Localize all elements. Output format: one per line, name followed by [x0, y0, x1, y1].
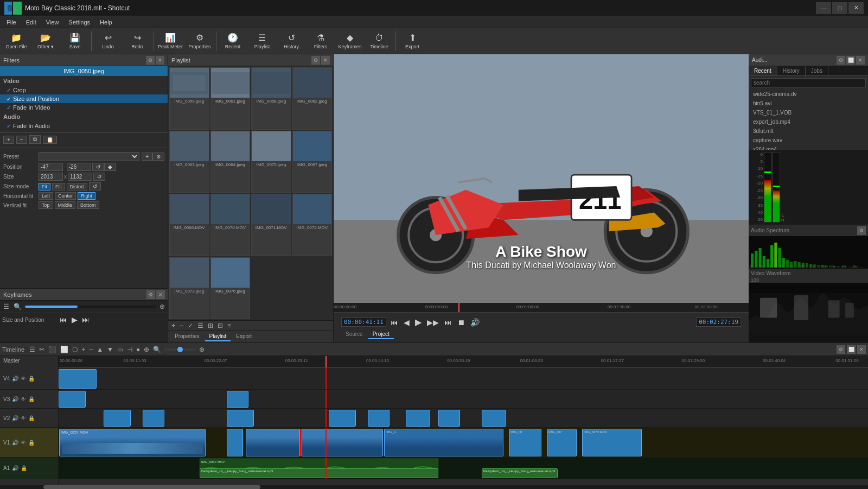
pl-list-view[interactable]: ☰	[196, 322, 205, 329]
properties-button[interactable]: ⚙ Properties	[186, 29, 214, 53]
pl-detail-view[interactable]: ⊟	[216, 322, 224, 329]
list-item[interactable]: IMG_0071.MOV	[251, 194, 291, 256]
recent-item[interactable]: x264.mp4	[749, 145, 868, 150]
size-mode-distort[interactable]: Distort	[67, 183, 87, 190]
tab-source[interactable]: Source	[341, 330, 367, 339]
open-file-button[interactable]: 📁 Open File	[2, 29, 30, 53]
v2-clip-2[interactable]	[143, 410, 164, 427]
pl-remove-btn[interactable]: −	[178, 322, 184, 329]
tab-playlist[interactable]: Playlist	[205, 332, 231, 341]
kf-next[interactable]: ⏭	[81, 315, 91, 324]
kf-zoom-in[interactable]: ⊕	[158, 303, 166, 310]
filter-copy-btn[interactable]: ⧉	[29, 135, 41, 144]
menu-view[interactable]: View	[42, 18, 63, 27]
audio-settings[interactable]: ⚙	[837, 56, 845, 65]
tl-lift[interactable]: ⬜	[59, 346, 69, 353]
tab-project[interactable]: Project	[368, 330, 394, 339]
tl-zoom-slider[interactable]	[164, 348, 196, 351]
v4-clip-1[interactable]	[59, 369, 97, 389]
transport-skip-end[interactable]: ⏭	[443, 318, 453, 327]
pl-add-btn[interactable]: +	[170, 322, 176, 329]
filter-fade-in-audio[interactable]: ✓ Fade In Audio	[0, 122, 168, 130]
vfit-top[interactable]: Top	[39, 201, 53, 209]
filter-paste-btn[interactable]: 📋	[43, 136, 57, 144]
vfit-middle[interactable]: Middle	[55, 201, 76, 209]
list-item[interactable]: IMG_0076.jpeg	[210, 257, 251, 320]
tl-zoom-out[interactable]: 🔍	[152, 346, 162, 353]
filter-size-position[interactable]: ✓ Size and Position	[0, 94, 168, 103]
filter-fade-in-video[interactable]: ✓ Fade In Video	[0, 103, 168, 112]
tl-zoom-in[interactable]: ⊕	[198, 346, 206, 353]
kf-menu-btn[interactable]: ☰	[2, 303, 10, 310]
tab-recent[interactable]: Recent	[749, 66, 777, 75]
v2-clip-4[interactable]	[329, 410, 356, 427]
filters-button[interactable]: ⚗ Filters	[307, 29, 335, 53]
list-item[interactable]: IMG_0062.jpeg	[292, 67, 333, 130]
position-keyframe[interactable]: ◆	[104, 163, 116, 171]
history-button[interactable]: ↺ History	[277, 29, 305, 53]
tab-history[interactable]: History	[777, 66, 806, 75]
v3-visible-icon[interactable]: 👁	[21, 396, 26, 402]
v1-clip-2[interactable]	[227, 429, 243, 456]
filters-panel-close[interactable]: ✕	[156, 56, 164, 65]
a1-lock-icon[interactable]: 🔒	[21, 465, 27, 471]
peak-meter-button[interactable]: 📊 Peak Meter	[156, 29, 184, 53]
size-reset[interactable]: ↺	[93, 173, 105, 181]
kf-zoom-out[interactable]: 🔍	[12, 303, 23, 310]
position-y-input[interactable]	[67, 163, 91, 171]
transport-stop[interactable]: ⏹	[456, 318, 466, 327]
v1-clip-3[interactable]	[246, 429, 300, 456]
export-button[interactable]: ⬆ Export	[398, 29, 426, 53]
keyframes-button[interactable]: ◆ Keyframes	[336, 29, 364, 53]
tab-export[interactable]: Export	[232, 332, 256, 341]
maximize-button[interactable]: □	[832, 2, 847, 14]
v2-clip-5[interactable]	[368, 410, 390, 427]
size-mode-fill[interactable]: Fill	[52, 183, 65, 190]
list-item[interactable]: IMG_0066.MOV	[169, 194, 209, 256]
tl-settings[interactable]: ⚙	[837, 345, 845, 354]
pl-grid-view[interactable]: ⊞	[207, 322, 214, 329]
tl-snap[interactable]: ⊣	[126, 346, 133, 353]
recent-item[interactable]: wide25-cinema.dv	[749, 90, 868, 99]
recent-item[interactable]: VTS_01_1.VOB	[749, 108, 868, 117]
kf-play[interactable]: ▶	[71, 315, 79, 324]
v4-lock-icon[interactable]: 🔒	[28, 376, 35, 382]
a1-clip-2[interactable]: Pachyderm_13_-_Happy_Song_instrumental.m…	[200, 468, 438, 478]
v3-clip-2[interactable]	[227, 391, 248, 408]
timeline-ruler-area[interactable]: 00:00:00:00 00:00:11:03 00:00:22:07 00:0…	[59, 356, 868, 368]
recent-item[interactable]: 3dlut.mlt	[749, 126, 868, 136]
v2-clip-6[interactable]	[406, 410, 430, 427]
close-button[interactable]: ✕	[848, 2, 864, 14]
preset-add[interactable]: +	[142, 153, 152, 161]
hfit-left[interactable]: Left	[39, 192, 53, 200]
list-item[interactable]: IMG_0061.jpeg	[210, 67, 251, 130]
v1-clip-5[interactable]: IMG_0...	[384, 429, 503, 456]
v2-clip-8[interactable]	[482, 410, 506, 427]
v1-clip-6[interactable]: IMG_00	[509, 429, 541, 456]
tl-sub[interactable]: −	[88, 346, 94, 353]
v1-visible-icon[interactable]: 👁	[21, 440, 26, 446]
keyframes-settings[interactable]: ⚙	[146, 290, 155, 299]
recent-button[interactable]: 🕐 Recent	[219, 29, 247, 53]
size-mode-reset[interactable]: ↺	[89, 182, 101, 190]
timeline-button[interactable]: ⏱ Timeline	[365, 29, 393, 53]
tl-menu-btn[interactable]: ☰	[28, 346, 36, 353]
recent-item[interactable]: export_job.mp4	[749, 117, 868, 126]
recent-search-input[interactable]	[751, 78, 866, 87]
minimize-button[interactable]: —	[816, 2, 831, 14]
playlist-settings[interactable]: ⚙	[311, 56, 320, 65]
tl-timeline-view[interactable]: ▭	[116, 346, 124, 353]
size-mode-fit[interactable]: Fit	[39, 183, 50, 190]
list-item[interactable]: IMG_0058.jpeg	[251, 67, 291, 130]
spectrum-settings[interactable]: ⚙	[857, 226, 866, 235]
pl-confirm-btn[interactable]: ✓	[187, 322, 194, 329]
a1-clip-3[interactable]: Pachyderm_13_-_Happy_Song_instrumental.m…	[482, 468, 558, 478]
tl-blade[interactable]: ✂	[38, 346, 46, 353]
list-item[interactable]: IMG_0064.jpeg	[210, 131, 251, 193]
filter-add-btn[interactable]: +	[3, 136, 14, 144]
kf-zoom-bar[interactable]	[25, 306, 156, 308]
playlist-close[interactable]: ✕	[321, 56, 330, 65]
preset-delete[interactable]: ⊗	[152, 153, 164, 161]
menu-file[interactable]: File	[2, 18, 21, 27]
current-time-display[interactable]: 00:00:41:11	[341, 317, 386, 327]
